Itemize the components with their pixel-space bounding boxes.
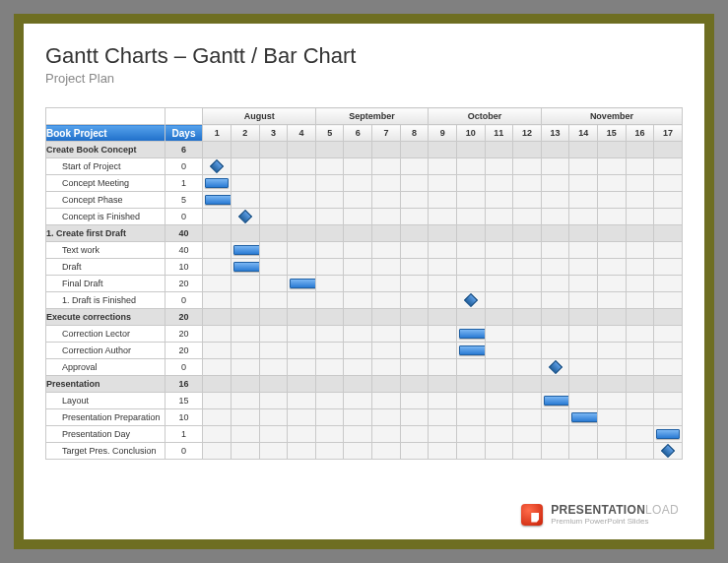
gantt-cell: [288, 309, 316, 326]
gantt-cell: [541, 242, 569, 259]
task-name: Concept Meeting: [46, 175, 165, 192]
gantt-cell: [288, 142, 316, 158]
gantt-cell: [626, 343, 654, 359]
gantt-cell: [598, 443, 627, 460]
gantt-cell: [598, 175, 627, 192]
gantt-cell: [203, 309, 232, 326]
gantt-cell: [626, 359, 654, 376]
task-days: 10: [165, 259, 203, 276]
task-days: 40: [165, 242, 203, 259]
gantt-cell: [598, 309, 627, 326]
gantt-cell: [232, 393, 260, 409]
gantt-cell: [372, 259, 401, 276]
gantt-cell: [315, 393, 344, 409]
task-days: 0: [165, 292, 203, 309]
month-header: September: [315, 108, 428, 125]
gantt-bar: [290, 279, 315, 288]
gantt-cell: [429, 393, 457, 409]
gantt-cell: [344, 242, 372, 259]
gantt-cell: [288, 443, 316, 460]
gantt-cell: [315, 309, 344, 326]
gantt-cell: [232, 209, 260, 225]
gantt-cell: [203, 175, 232, 192]
gantt-cell: [400, 292, 429, 309]
gantt-chart: AugustSeptemberOctoberNovemberBook Proje…: [45, 107, 683, 460]
gantt-cell: [372, 443, 401, 460]
footer-text: PRESENTATIONLOAD Premium PowerPoint Slid…: [551, 503, 679, 526]
gantt-cell: [429, 359, 457, 376]
gantt-cell: [372, 158, 401, 175]
gantt-cell: [456, 309, 485, 326]
gantt-cell: [485, 142, 513, 158]
gantt-cell: [456, 259, 485, 276]
milestone-icon: [464, 293, 478, 307]
gantt-cell: [456, 225, 485, 242]
gantt-cell: [429, 225, 457, 242]
gantt-cell: [232, 426, 260, 443]
gantt-cell: [569, 192, 598, 209]
gantt-cell: [259, 343, 288, 359]
gantt-cell: [569, 326, 598, 343]
gantt-cell: [429, 175, 457, 192]
gantt-cell: [259, 292, 288, 309]
gantt-cell: [344, 426, 372, 443]
gantt-cell: [541, 158, 569, 175]
gantt-cell: [344, 309, 372, 326]
gantt-cell: [400, 309, 429, 326]
gantt-cell: [372, 376, 401, 393]
gantt-cell: [598, 259, 627, 276]
gantt-cell: [203, 326, 232, 343]
gantt-cell: [315, 209, 344, 225]
gantt-cell: [232, 142, 260, 158]
gantt-cell: [232, 443, 260, 460]
gantt-cell: [400, 426, 429, 443]
gantt-cell: [372, 192, 401, 209]
gantt-cell: [626, 276, 654, 292]
gantt-cell: [598, 292, 627, 309]
header-days: Days: [165, 125, 203, 142]
gantt-cell: [626, 409, 654, 426]
gantt-cell: [259, 393, 288, 409]
gantt-cell: [654, 443, 683, 460]
gantt-cell: [598, 426, 627, 443]
gantt-cell: [513, 242, 542, 259]
gantt-cell: [259, 242, 288, 259]
week-header: 16: [626, 125, 654, 142]
gantt-cell: [344, 359, 372, 376]
gantt-cell: [598, 393, 627, 409]
gantt-cell: [288, 409, 316, 426]
task-name: Correction Author: [46, 343, 165, 359]
gantt-cell: [203, 443, 232, 460]
gantt-cell: [485, 443, 513, 460]
gantt-cell: [344, 393, 372, 409]
gantt-cell: [569, 426, 598, 443]
gantt-cell: [259, 276, 288, 292]
gantt-cell: [513, 326, 542, 343]
gantt-cell: [569, 376, 598, 393]
task-days: 20: [165, 326, 203, 343]
task-name: Presentation Preparation: [46, 409, 165, 426]
gantt-cell: [400, 242, 429, 259]
gantt-cell: [569, 142, 598, 158]
gantt-cell: [372, 426, 401, 443]
gantt-cell: [541, 326, 569, 343]
gantt-cell: [598, 192, 627, 209]
gantt-cell: [344, 142, 372, 158]
gantt-cell: [626, 443, 654, 460]
gantt-cell: [259, 426, 288, 443]
gantt-cell: [259, 409, 288, 426]
gantt-cell: [203, 393, 232, 409]
task-name: Presentation Day: [46, 426, 165, 443]
gantt-cell: [456, 326, 485, 343]
gantt-cell: [654, 409, 683, 426]
gantt-cell: [429, 276, 457, 292]
gantt-cell: [456, 292, 485, 309]
gantt-cell: [203, 409, 232, 426]
gantt-cell: [203, 259, 232, 276]
gantt-cell: [654, 242, 683, 259]
gantt-cell: [485, 209, 513, 225]
gantt-cell: [232, 225, 260, 242]
month-header: November: [541, 108, 682, 125]
gantt-cell: [654, 259, 683, 276]
gantt-cell: [232, 409, 260, 426]
